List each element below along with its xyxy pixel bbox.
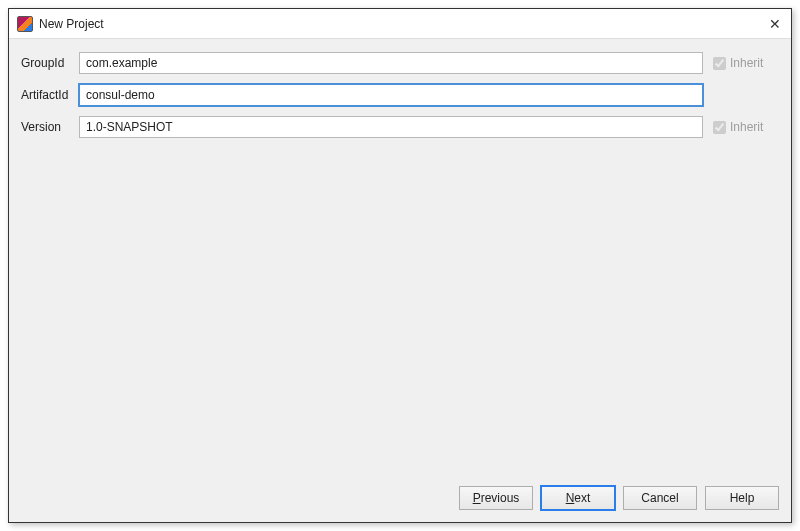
groupid-inherit-label: Inherit [730,56,763,70]
version-input[interactable] [79,116,703,138]
groupid-row: GroupId Inherit [21,51,779,75]
version-inherit: Inherit [713,120,779,134]
help-button[interactable]: Help [705,486,779,510]
previous-button[interactable]: Previous [459,486,533,510]
groupid-input[interactable] [79,52,703,74]
form-area: GroupId Inherit ArtifactId Version Inher… [9,39,791,476]
artifactid-row: ArtifactId [21,83,779,107]
artifactid-label: ArtifactId [21,88,79,102]
version-row: Version Inherit [21,115,779,139]
titlebar: New Project ✕ [9,9,791,39]
artifactid-input[interactable] [79,84,703,106]
groupid-inherit: Inherit [713,56,779,70]
button-bar: Previous Next Cancel Help [9,476,791,522]
version-label: Version [21,120,79,134]
groupid-label: GroupId [21,56,79,70]
version-inherit-checkbox [713,121,726,134]
window-title: New Project [39,17,767,31]
new-project-dialog: New Project ✕ GroupId Inherit ArtifactId… [8,8,792,523]
app-icon [17,16,33,32]
version-inherit-label: Inherit [730,120,763,134]
cancel-button[interactable]: Cancel [623,486,697,510]
next-button[interactable]: Next [541,486,615,510]
groupid-inherit-checkbox [713,57,726,70]
close-icon[interactable]: ✕ [767,16,783,32]
